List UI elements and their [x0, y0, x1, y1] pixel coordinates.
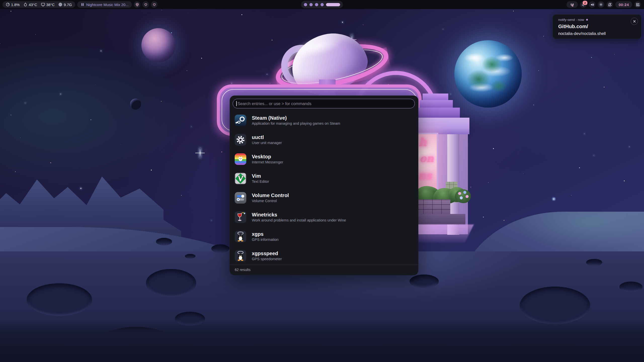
star [591, 57, 592, 58]
star [80, 188, 81, 189]
app-result-row[interactable]: Vesktop Internet Messenger [230, 150, 418, 168]
star [543, 36, 544, 36]
app-title: Steam (Native) [252, 115, 340, 121]
clock-time: 00:24 [619, 3, 629, 7]
star [0, 43, 0, 44]
app-subtitle: Work around problems and install applica… [252, 218, 346, 222]
steam-icon [235, 115, 246, 126]
neon-sign-text: on [420, 152, 434, 164]
skull-toggle-button[interactable] [134, 1, 140, 8]
star [162, 10, 162, 10]
star [91, 119, 91, 120]
unread-dot [586, 19, 588, 21]
star [187, 70, 187, 71]
shop-window: h on ns [416, 133, 438, 191]
cpu-usage-metric: 1.8% [6, 3, 20, 7]
app-result-row[interactable]: xgps GPS information [230, 228, 418, 245]
crater [146, 269, 196, 297]
crescent-planet [130, 99, 141, 110]
brightness-button[interactable] [598, 1, 604, 8]
night-mode-button[interactable] [607, 1, 613, 8]
notification-close-button[interactable] [631, 18, 638, 25]
star [594, 155, 594, 156]
clock-widget[interactable]: 00:24 [615, 1, 632, 8]
star [523, 173, 524, 174]
crater [410, 275, 439, 288]
star [614, 54, 615, 55]
search-input[interactable] [233, 99, 415, 108]
brick-planter [415, 199, 450, 214]
app-title: Volume Control [252, 193, 289, 198]
star [211, 220, 212, 220]
workspace-4[interactable] [320, 3, 324, 6]
star [571, 195, 572, 196]
app-title: xgpsspeed [252, 251, 282, 256]
crater [156, 238, 172, 245]
building-roof-step [423, 94, 448, 100]
star [192, 35, 192, 35]
volume-button[interactable] [589, 1, 595, 8]
chip-icon [58, 3, 62, 7]
moon-slash-icon [608, 3, 612, 7]
crater [586, 259, 602, 266]
volume-toggles-icon [235, 192, 246, 204]
app-subtitle: Volume Control [252, 199, 289, 203]
favorite-button-2[interactable] [151, 1, 157, 8]
app-result-row[interactable]: Steam (Native) Application for managing … [230, 112, 418, 129]
workspace-5[interactable] [326, 3, 340, 6]
notifications-button[interactable]: 2 [580, 1, 587, 8]
earth-planet [454, 40, 522, 108]
notification-card[interactable]: notify-send · now GitHub.com/ noctalia-d… [552, 14, 641, 39]
memory-value: 9.7G [64, 3, 72, 7]
flower-bush [455, 189, 471, 203]
star [201, 58, 202, 59]
app-subtitle: Internet Messenger [252, 160, 283, 164]
pause-icon [80, 3, 85, 7]
media-player-widget[interactable]: Nightcore Music Mix 20... [77, 1, 132, 8]
text-caret [236, 101, 237, 106]
app-result-row[interactable]: xgpsspeed GPS speedometer [230, 247, 418, 265]
app-result-row[interactable]: Winetricks Work around problems and inst… [230, 208, 418, 226]
favorite-button[interactable] [142, 1, 149, 8]
star [483, 217, 484, 217]
grid-plus-icon [636, 3, 640, 7]
cpu-temp-metric: 43°C [23, 3, 37, 7]
app-subtitle: GPS speedometer [252, 257, 282, 261]
star [470, 187, 471, 188]
crater [619, 282, 642, 292]
neon-sign-text: h [419, 136, 427, 149]
app-result-row[interactable]: Volume Control Volume Control [230, 189, 418, 207]
star [191, 127, 191, 127]
star [553, 199, 554, 199]
workspace-3[interactable] [315, 3, 318, 6]
heart-icon [152, 3, 156, 7]
workspace-1[interactable] [304, 3, 307, 6]
winetricks-icon [235, 211, 246, 223]
app-title: Vesktop [252, 154, 283, 159]
app-subtitle: Application for managing and playing gam… [252, 122, 340, 126]
flame-icon [23, 3, 27, 7]
star [488, 182, 489, 183]
app-result-row[interactable]: Vim Text Editor [230, 170, 418, 187]
notification-header: notify-send · now [558, 18, 588, 22]
cpu-usage-value: 1.8% [11, 3, 20, 7]
system-metrics-widget[interactable]: 1.8% 43°C 38°C 9.7G [3, 1, 75, 8]
star [60, 94, 61, 94]
purple-planet [141, 28, 176, 62]
crater [27, 283, 92, 316]
app-result-row[interactable]: uuctl User unit manager [230, 131, 418, 149]
building-fascia [413, 118, 469, 134]
building-step [413, 214, 465, 224]
tray-app-button[interactable] [567, 1, 578, 8]
star [121, 145, 121, 145]
results-count: 62 results [235, 268, 251, 272]
app-title: uuctl [252, 134, 282, 140]
notification-count-badge: 2 [582, 0, 588, 6]
launcher-button[interactable] [634, 1, 641, 8]
star [11, 115, 11, 115]
app-subtitle: User unit manager [252, 141, 282, 145]
building-roof-step [417, 108, 460, 118]
star [579, 167, 580, 168]
tux-icon [235, 231, 246, 242]
workspace-2[interactable] [309, 3, 313, 6]
